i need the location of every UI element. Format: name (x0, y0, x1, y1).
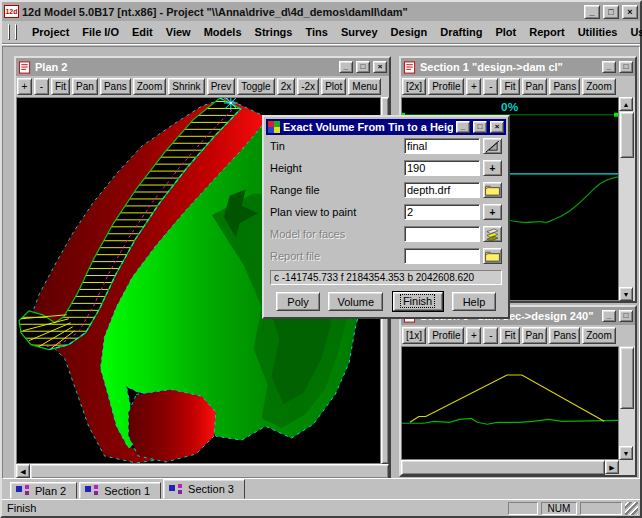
field-row-report-file: Report file (266, 245, 506, 267)
menu-item-report[interactable]: Report (529, 26, 564, 38)
scroll-left-icon[interactable]: ◀ (16, 464, 30, 478)
dialog-maximize-button[interactable]: □ (473, 121, 487, 133)
menu-grip-icon[interactable] (8, 24, 10, 40)
section1-vertical-scrollbar[interactable]: ▲ ▼ (619, 97, 635, 301)
menu-item-models[interactable]: Models (204, 26, 242, 38)
toolbar-button-zoom-out[interactable]: - (483, 327, 498, 344)
toolbar-button-fit[interactable]: Fit (500, 78, 519, 95)
view-model-icon (16, 485, 31, 496)
toolbar-button-profile[interactable]: Profile (428, 78, 464, 95)
scroll-up-icon[interactable]: ▲ (619, 97, 633, 111)
volume-result-message: c -141745.733 f 2184354.353 b 2042608.62… (270, 270, 502, 285)
scroll-down-icon[interactable]: ▼ (619, 287, 633, 301)
plan-maximize-button[interactable]: □ (356, 61, 370, 73)
section3-canvas[interactable] (401, 346, 619, 460)
tab-label: Section 1 (104, 485, 150, 497)
toolbar-button-profile[interactable]: Profile (428, 327, 464, 344)
section1-maximize-button[interactable]: □ (619, 61, 633, 73)
menu-item-plot[interactable]: Plot (495, 26, 516, 38)
toolbar-button-zoom[interactable]: Zoom (133, 78, 167, 95)
height-input[interactable] (404, 160, 480, 176)
plan-view-input[interactable] (404, 204, 480, 220)
layers-icon[interactable] (483, 226, 502, 242)
plan-minimize-button[interactable]: _ (339, 61, 353, 73)
maximize-button[interactable]: □ (603, 5, 619, 19)
model-for-faces-input[interactable] (404, 226, 480, 242)
toolbar-button-plot[interactable]: Plot (321, 78, 346, 95)
toolbar-button-zoom-in[interactable]: + (466, 327, 481, 344)
menu-item-survey[interactable]: Survey (341, 26, 378, 38)
menu-item-user[interactable]: User (630, 26, 642, 38)
dialog-close-button[interactable]: × (490, 121, 504, 133)
toolbar-button-zoom-out[interactable]: - (34, 78, 49, 95)
toolbar-button-zoom[interactable]: Zoom (582, 327, 616, 344)
toolbar-button-minus2x[interactable]: -2x (297, 78, 319, 95)
menu-item-design[interactable]: Design (391, 26, 428, 38)
menu-item-project[interactable]: Project (32, 26, 69, 38)
toolbar-button-scale[interactable]: [2x] (402, 78, 426, 95)
height-spinner-button[interactable]: + (483, 160, 502, 176)
menu-item-strings[interactable]: Strings (255, 26, 293, 38)
toolbar-button-pans[interactable]: Pans (100, 78, 131, 95)
poly-button[interactable]: Poly (276, 292, 320, 311)
dialog-minimize-button[interactable]: _ (456, 121, 470, 133)
scroll-down-icon[interactable]: ▼ (619, 446, 633, 460)
report-file-input[interactable] (404, 248, 480, 264)
folder-icon[interactable] (483, 248, 502, 264)
toolbar-button-pan[interactable]: Pan (522, 78, 548, 95)
menu-item-drafting[interactable]: Drafting (440, 26, 482, 38)
status-panel (508, 502, 538, 515)
field-row-plan-view: Plan view to paint + (266, 201, 506, 223)
section1-minimize-button[interactable]: _ (602, 61, 616, 73)
tin-picker-icon[interactable] (483, 138, 502, 154)
menu-item-utilities[interactable]: Utilities (578, 26, 618, 38)
tab-plan-2[interactable]: Plan 2 (10, 482, 77, 499)
toolbar-button-fit[interactable]: Fit (500, 327, 519, 344)
volume-button[interactable]: Volume (328, 292, 383, 311)
toolbar-button-pan[interactable]: Pan (72, 78, 98, 95)
dialog-titlebar[interactable]: Exact Volume From Tin to a Height _ □ × (266, 119, 506, 135)
help-button[interactable]: Help (452, 292, 496, 311)
close-button[interactable]: × (622, 5, 638, 19)
toolbar-button-menu[interactable]: Menu (348, 78, 381, 95)
tab-section-3[interactable]: Section 3 (163, 479, 245, 499)
scroll-right-icon[interactable]: ▶ (605, 460, 619, 474)
toolbar-button-pans[interactable]: Pans (549, 327, 580, 344)
model-for-faces-label: Model for faces (270, 228, 404, 240)
toolbar-button-zoom-in[interactable]: + (17, 78, 32, 95)
toolbar-button-scale[interactable]: [1x] (402, 327, 426, 344)
toolbar-button-toggle[interactable]: Toggle (237, 78, 274, 95)
plan-close-button[interactable]: × (373, 61, 387, 73)
toolbar-button-2x[interactable]: 2x (277, 78, 296, 95)
tab-section-1[interactable]: Section 1 (79, 482, 161, 499)
toolbar-button-prev[interactable]: Prev (207, 78, 236, 95)
section1-window-titlebar[interactable]: Section 1 "design->dam cl" _ □ (401, 58, 635, 76)
section3-vertical-scrollbar[interactable]: ▼ (619, 346, 635, 460)
status-bar: Finish NUM (2, 499, 640, 516)
minimize-button[interactable]: _ (584, 5, 600, 19)
section3-horizontal-scrollbar[interactable]: ▶ (401, 460, 635, 475)
toolbar-button-zoom[interactable]: Zoom (582, 78, 616, 95)
app-icon: 12d (4, 5, 19, 18)
menu-item-tins[interactable]: Tins (305, 26, 327, 38)
menu-grip-icon[interactable] (15, 24, 17, 40)
toolbar-button-zoom-out[interactable]: - (483, 78, 498, 95)
menu-item-view[interactable]: View (166, 26, 191, 38)
menu-item-fileio[interactable]: File I/O (82, 26, 119, 38)
folder-icon[interactable] (483, 182, 502, 198)
plan-view-spinner-button[interactable]: + (483, 204, 502, 220)
menu-item-edit[interactable]: Edit (132, 26, 153, 38)
tin-input[interactable] (404, 138, 480, 154)
toolbar-button-zoom-in[interactable]: + (466, 78, 481, 95)
toolbar-button-pan[interactable]: Pan (522, 327, 548, 344)
section3-minimize-button[interactable]: _ (602, 310, 616, 322)
range-file-input[interactable] (404, 182, 480, 198)
section3-maximize-button[interactable]: □ (619, 310, 633, 322)
finish-button[interactable]: Finish (392, 291, 444, 312)
resize-grip-icon[interactable] (625, 502, 638, 515)
toolbar-button-fit[interactable]: Fit (51, 78, 70, 95)
toolbar-button-pans[interactable]: Pans (549, 78, 580, 95)
plan-window-titlebar[interactable]: Plan 2 _ □ × (16, 58, 389, 76)
toolbar-button-shrink[interactable]: Shrink (168, 78, 204, 95)
plan-horizontal-scrollbar[interactable]: ◀ (16, 464, 389, 479)
